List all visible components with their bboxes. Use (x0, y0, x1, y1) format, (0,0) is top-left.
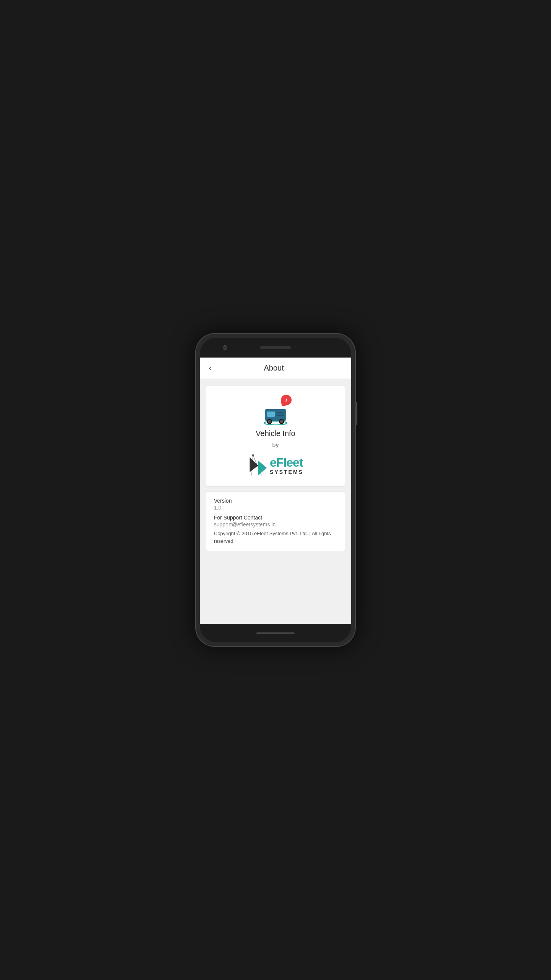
app-bar: ‹ About (200, 358, 351, 379)
svg-marker-12 (250, 457, 258, 472)
support-email: support@efleetsystems.in (214, 521, 337, 528)
phone-device: ‹ About (195, 333, 356, 647)
app-screen: ‹ About (200, 358, 351, 624)
app-icon (260, 395, 291, 425)
svg-rect-4 (276, 415, 284, 416)
camera-icon (223, 345, 227, 350)
app-name-label: Vehicle Info (256, 429, 295, 438)
page-title: About (218, 364, 330, 372)
svg-marker-13 (258, 461, 267, 475)
main-content: Vehicle Info by (200, 379, 351, 624)
volume-button (356, 402, 357, 425)
phone-screen: ‹ About (200, 338, 351, 642)
logo-card: Vehicle Info by (206, 385, 345, 487)
svg-point-8 (280, 420, 283, 423)
home-bar (256, 632, 295, 634)
svg-rect-2 (267, 412, 275, 417)
svg-rect-3 (276, 412, 284, 413)
back-button[interactable]: ‹ (206, 361, 215, 376)
version-label: Version (214, 498, 337, 504)
efleet-text: eFleet SYSTEMS (270, 456, 303, 475)
by-label: by (272, 442, 279, 449)
svg-point-6 (268, 420, 271, 423)
speaker (260, 346, 291, 349)
info-card: Version 1.0 For Support Contact support@… (206, 491, 345, 551)
support-label: For Support Contact (214, 514, 337, 521)
efleet-arrow-icon (248, 454, 268, 477)
info-bubble-icon (280, 394, 292, 406)
copyright-text: Copyright © 2015 eFleet Systems Pvt. Ltd… (214, 530, 337, 545)
efleet-systems-label: SYSTEMS (270, 469, 303, 475)
phone-top-bar (200, 338, 351, 358)
efleet-name-label: eFleet (270, 456, 303, 469)
version-value: 1.0 (214, 505, 337, 511)
phone-bottom-bar (200, 624, 351, 642)
efleet-logo: eFleet SYSTEMS (248, 454, 303, 477)
